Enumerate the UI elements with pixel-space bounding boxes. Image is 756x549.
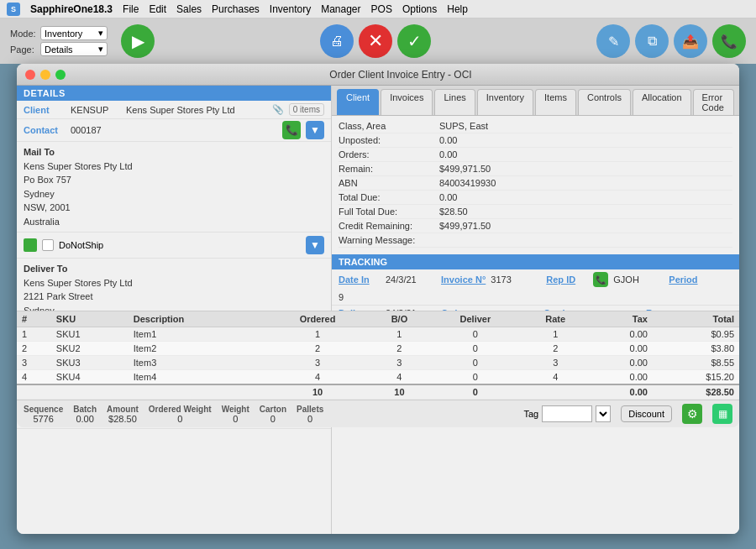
- menu-manager[interactable]: Manager: [321, 3, 360, 15]
- menu-purchases[interactable]: Purchases: [212, 3, 260, 15]
- client-link[interactable]: Client: [24, 105, 66, 115]
- tab-error-code[interactable]: Error Code: [693, 89, 734, 115]
- cell-ordered: 4: [265, 370, 370, 385]
- app-name: SapphireOne18.3: [30, 3, 113, 15]
- settings-icon-button[interactable]: ⚙: [682, 404, 702, 424]
- mode-select[interactable]: Inventory▾: [40, 26, 108, 40]
- close-button[interactable]: [25, 70, 35, 80]
- cell-num: 4: [17, 370, 51, 385]
- sequence-label: Sequence: [24, 405, 63, 414]
- confirm-button[interactable]: ✓: [397, 24, 431, 58]
- contact-link[interactable]: Contact: [24, 125, 66, 135]
- dns-down-icon[interactable]: ▼: [306, 236, 324, 254]
- menu-help[interactable]: Help: [447, 3, 468, 15]
- left-panel: DETAILS Client KENSUP Kens Super Stores …: [17, 86, 332, 534]
- menu-file[interactable]: File: [123, 3, 139, 15]
- menu-items: File Edit Sales Purchases Inventory Mana…: [123, 3, 468, 15]
- contact-down-icon[interactable]: ▼: [306, 121, 324, 139]
- rep-id-label[interactable]: Rep ID: [546, 274, 588, 285]
- cell-tax: 0.00: [590, 370, 653, 385]
- contact-phone-icon[interactable]: 📞: [282, 121, 301, 139]
- tab-items[interactable]: Items: [535, 89, 576, 115]
- tag-input[interactable]: [542, 405, 592, 422]
- minimize-button[interactable]: [40, 70, 50, 80]
- footer-batch: Batch 0.00: [73, 405, 97, 424]
- dns-checkbox-empty[interactable]: [42, 239, 54, 251]
- tab-client[interactable]: Client: [337, 89, 379, 115]
- ordered-weight-label: Ordered Weight: [149, 405, 212, 414]
- grid-icon-button[interactable]: ▦: [712, 404, 732, 424]
- toolbar-right-group: ✎ ⧉ 📤 📞: [596, 24, 746, 58]
- mail-to-line2: Po Box 757: [24, 173, 324, 187]
- page-select[interactable]: Details▾: [40, 42, 108, 56]
- cancel-button[interactable]: ✕: [359, 24, 392, 58]
- tab-invoices[interactable]: Invoices: [381, 89, 433, 115]
- mail-to-line3: Sydney: [24, 187, 324, 201]
- tag-dropdown[interactable]: ▾: [596, 405, 611, 422]
- do-not-ship-row: DoNotShip ▼: [17, 233, 331, 259]
- amount-value: $28.50: [108, 414, 137, 424]
- menu-options[interactable]: Options: [402, 3, 437, 15]
- sequence-value: 5776: [33, 414, 53, 424]
- paperclip-icon: 📎: [272, 104, 284, 115]
- orders-value: 0.00: [439, 149, 732, 159]
- class-area-value: SUPS, East: [439, 121, 732, 131]
- th-ordered: Ordered: [265, 311, 370, 327]
- bottom-footer: Sequence 5776 Batch 0.00 Amount $28.50 O…: [17, 400, 739, 427]
- tab-lines[interactable]: Lines: [434, 89, 475, 115]
- cell-bo: 4: [370, 370, 429, 385]
- dns-checkbox-green[interactable]: [24, 238, 37, 252]
- tab-allocation[interactable]: Allocation: [633, 89, 691, 115]
- print-button[interactable]: 🖨: [320, 24, 354, 58]
- tab-controls[interactable]: Controls: [578, 89, 631, 115]
- cell-total: $8.55: [653, 356, 739, 370]
- cell-rate: 2: [522, 342, 590, 356]
- cell-rate: 4: [522, 370, 590, 385]
- mode-page-panel: Mode: Inventory▾ Page: Details▾: [10, 26, 108, 56]
- tab-inventory[interactable]: Inventory: [477, 89, 533, 115]
- abn-value: 84003419930: [439, 178, 732, 188]
- table-row: 1 SKU1 Item1 1 1 0 1 0.00 $0.95: [17, 327, 739, 342]
- mail-to-line5: Australia: [24, 215, 324, 229]
- menu-inventory[interactable]: Inventory: [270, 3, 311, 15]
- cell-deliver: 0: [429, 342, 522, 356]
- date-in-label[interactable]: Date In: [339, 274, 381, 285]
- phone-button[interactable]: 📞: [712, 24, 746, 58]
- edit-button[interactable]: ✎: [596, 24, 630, 58]
- tracking-header: TRACKING: [332, 254, 739, 269]
- full-total-label: Full Total Due:: [339, 207, 439, 217]
- th-sku: SKU: [51, 311, 129, 327]
- cell-desc: Item2: [129, 342, 266, 356]
- play-button[interactable]: ▶: [121, 24, 155, 58]
- client-row: Client KENSUP Kens Super Stores Pty Ltd …: [17, 101, 331, 119]
- table-row: 4 SKU4 Item4 4 4 0 4 0.00 $15.20: [17, 370, 739, 385]
- mail-to-line4: NSW, 2001: [24, 201, 324, 215]
- mode-label: Mode:: [10, 29, 37, 39]
- class-area-label: Class, Area: [339, 121, 439, 131]
- menu-pos[interactable]: POS: [371, 3, 392, 15]
- footer-weight: Weight 0: [222, 405, 249, 424]
- menu-sales[interactable]: Sales: [176, 3, 202, 15]
- export-button[interactable]: 📤: [674, 24, 707, 58]
- cell-rate: 3: [522, 356, 590, 370]
- menu-edit[interactable]: Edit: [149, 3, 166, 15]
- maximize-button[interactable]: [55, 70, 66, 80]
- client-id: KENSUP: [71, 105, 121, 115]
- period-label[interactable]: Period: [669, 274, 711, 285]
- rep-phone-icon[interactable]: 📞: [593, 272, 608, 287]
- cell-total: $3.80: [653, 342, 739, 356]
- copy-button[interactable]: ⧉: [635, 24, 669, 58]
- deliver-to-heading: Deliver To: [24, 262, 324, 276]
- footer-ordered-weight: Ordered Weight 0: [149, 405, 212, 424]
- discount-button[interactable]: Discount: [621, 405, 672, 422]
- cell-num: 2: [17, 342, 51, 356]
- dns-label: DoNotShip: [59, 240, 103, 250]
- mail-to-heading: Mail To: [24, 145, 324, 159]
- weight-label: Weight: [222, 405, 249, 414]
- tab-bar: Client Invoices Lines Inventory Items Co…: [332, 86, 739, 116]
- cell-total: $0.95: [653, 327, 739, 342]
- toolbar: Mode: Inventory▾ Page: Details▾ ▶ 🖨 ✕ ✓ …: [0, 18, 756, 64]
- invoice-label[interactable]: Invoice N°: [441, 274, 486, 285]
- page-label: Page:: [10, 44, 37, 55]
- right-panel: Client Invoices Lines Inventory Items Co…: [332, 86, 739, 534]
